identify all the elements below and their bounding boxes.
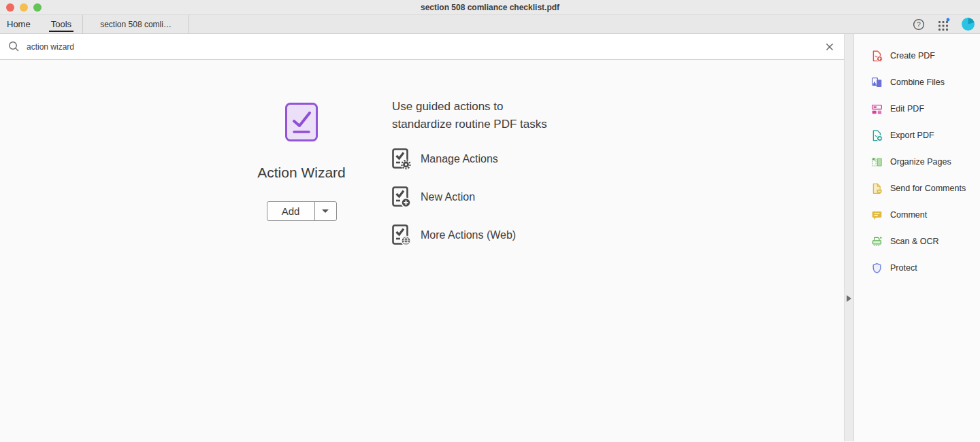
tab-home-label: Home xyxy=(7,19,31,29)
tabbar-right-controls: ? xyxy=(913,15,975,33)
traffic-lights xyxy=(0,3,42,12)
window-titlebar: section 508 comliance checklist.pdf xyxy=(0,0,980,15)
zoom-window-button[interactable] xyxy=(33,3,42,12)
expand-panel-arrow-icon[interactable] xyxy=(847,295,851,302)
organize-pages-icon xyxy=(871,156,883,168)
tab-tools-label: Tools xyxy=(51,19,71,29)
more-actions-web-icon xyxy=(392,224,411,246)
scan-ocr-icon xyxy=(871,236,883,248)
tab-tools[interactable]: Tools xyxy=(40,15,82,33)
window-title: section 508 comliance checklist.pdf xyxy=(0,3,980,12)
tab-separator xyxy=(189,15,189,33)
apps-grid-icon[interactable] xyxy=(936,18,950,31)
action-wizard-icon xyxy=(285,103,318,141)
chevron-down-icon xyxy=(322,209,329,213)
sidebar-item-combine-files[interactable]: Combine Files xyxy=(854,73,980,92)
sidebar-item-export-pdf[interactable]: Export PDF xyxy=(854,126,980,145)
sidebar-item-label: Edit PDF xyxy=(890,104,924,114)
new-action-icon xyxy=(392,186,411,208)
minimize-window-button[interactable] xyxy=(20,3,28,12)
sidebar-item-label: Protect xyxy=(890,263,917,273)
svg-text:?: ? xyxy=(917,20,921,28)
action-label: Manage Actions xyxy=(421,153,498,165)
tab-document-label: section 508 comli… xyxy=(100,20,172,29)
action-wizard-card: Action Wizard Add xyxy=(231,103,372,221)
sidebar-item-comment[interactable]: Comment xyxy=(854,205,980,224)
sidebar-item-label: Create PDF xyxy=(890,51,935,61)
manage-actions-link[interactable]: Manage Actions xyxy=(392,148,547,170)
sidebar-item-create-pdf[interactable]: Create PDF xyxy=(854,46,980,65)
tools-sidebar: Create PDF Combine Files xyxy=(854,34,980,441)
tab-bar: Home Tools section 508 comli… ? xyxy=(0,15,980,34)
guided-actions-section: Use guided actions to standardize routin… xyxy=(392,98,547,246)
close-window-button[interactable] xyxy=(6,3,14,12)
sidebar-item-label: Scan & OCR xyxy=(890,237,939,246)
edit-pdf-icon xyxy=(871,103,883,115)
search-icon xyxy=(8,41,20,52)
add-split-button: Add xyxy=(267,201,337,221)
avatar[interactable] xyxy=(962,18,975,31)
sidebar-item-label: Organize Pages xyxy=(890,157,951,167)
close-search-icon[interactable] xyxy=(823,41,836,53)
description-line-1: Use guided actions to xyxy=(392,98,547,116)
sidebar-item-protect[interactable]: Protect xyxy=(854,258,980,277)
tool-title: Action Wizard xyxy=(257,165,346,181)
tab-document[interactable]: section 508 comli… xyxy=(83,15,189,33)
sidebar-item-scan-ocr[interactable]: Scan & OCR xyxy=(854,232,980,251)
send-for-comments-icon xyxy=(871,183,883,194)
sidebar-item-edit-pdf[interactable]: Edit PDF xyxy=(854,99,980,118)
sidebar-item-label: Combine Files xyxy=(890,78,945,87)
tools-search-results: Action Wizard Add Use guided actions to … xyxy=(0,60,844,441)
protect-icon xyxy=(871,262,883,274)
sidebar-item-label: Send for Comments xyxy=(890,184,966,193)
sidebar-item-label: Comment xyxy=(890,210,927,220)
guided-actions-description: Use guided actions to standardize routin… xyxy=(392,98,547,133)
tab-home[interactable]: Home xyxy=(0,15,40,33)
action-label: More Actions (Web) xyxy=(421,229,516,241)
sidebar-item-organize-pages[interactable]: Organize Pages xyxy=(854,152,980,171)
add-button[interactable]: Add xyxy=(267,202,315,220)
search-input[interactable] xyxy=(27,42,823,52)
new-action-link[interactable]: New Action xyxy=(392,186,547,208)
more-actions-web-link[interactable]: More Actions (Web) xyxy=(392,224,547,246)
combine-files-icon xyxy=(871,77,883,88)
description-line-2: standardize routine PDF tasks xyxy=(392,116,547,133)
comment-icon xyxy=(871,209,883,221)
help-icon[interactable]: ? xyxy=(913,18,925,31)
main-panel: Action Wizard Add Use guided actions to … xyxy=(0,34,844,441)
panel-divider xyxy=(844,34,854,441)
create-pdf-icon xyxy=(871,50,883,62)
tools-search-bar xyxy=(0,34,844,60)
body-row: Action Wizard Add Use guided actions to … xyxy=(0,34,980,441)
action-links: Manage Actions New Action xyxy=(392,148,547,246)
sidebar-item-label: Export PDF xyxy=(890,131,934,140)
export-pdf-icon xyxy=(871,130,883,141)
action-label: New Action xyxy=(421,191,475,203)
add-dropdown-button[interactable] xyxy=(315,202,336,220)
manage-actions-icon xyxy=(392,148,411,170)
sidebar-item-send-for-comments[interactable]: Send for Comments xyxy=(854,179,980,198)
